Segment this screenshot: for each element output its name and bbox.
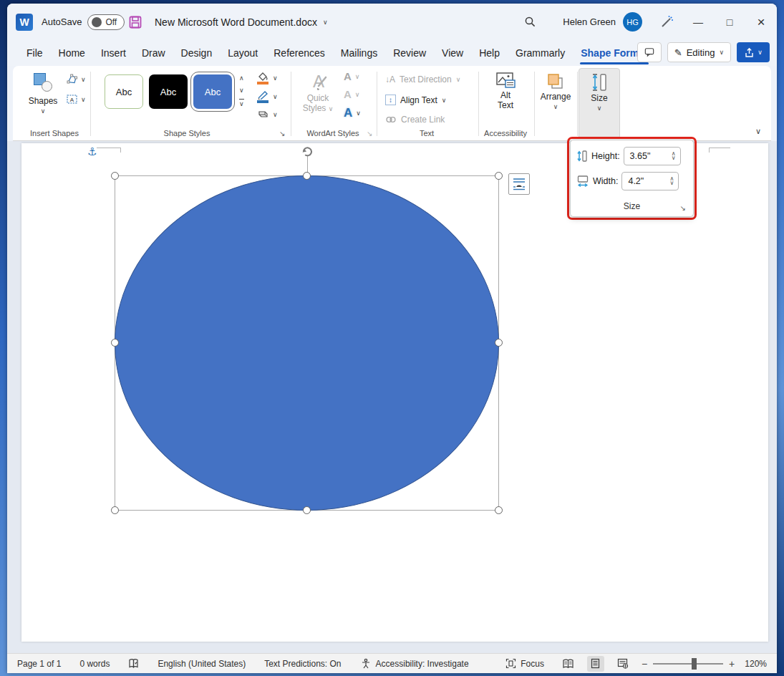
zoom-slider[interactable] — [653, 663, 723, 665]
editing-mode-button[interactable]: ✎ Editing ∨ — [667, 42, 731, 62]
link-icon — [385, 115, 397, 124]
minimize-button[interactable]: — — [682, 4, 714, 40]
document-title-control[interactable]: New Microsoft Word Document.docx ∨ — [155, 4, 328, 40]
web-layout-icon — [617, 658, 629, 669]
tab-view[interactable]: View — [434, 40, 471, 66]
size-icon — [590, 72, 609, 93]
tab-help[interactable]: Help — [471, 40, 508, 66]
resize-handle-e[interactable] — [495, 339, 503, 347]
anchor-icon: ⚓ — [87, 145, 97, 158]
quick-styles-button[interactable]: A Quick Styles ∨ — [298, 70, 338, 113]
resize-handle-nw[interactable] — [111, 172, 119, 180]
word-app-icon[interactable]: W — [16, 14, 33, 31]
comments-button[interactable] — [637, 42, 662, 62]
width-input[interactable]: 4.2" ∧ ∨ — [621, 172, 679, 190]
resize-handle-w[interactable] — [111, 339, 119, 347]
zoom-control: − + — [642, 658, 735, 670]
tab-mailings[interactable]: Mailings — [333, 40, 385, 66]
search-icon — [524, 16, 536, 28]
chevron-down-icon: ∨ — [81, 76, 86, 83]
gallery-down-button[interactable]: ∨ — [239, 87, 244, 94]
align-text-button[interactable]: ↕ Align Text ∨ — [385, 95, 446, 105]
text-direction-button[interactable]: ↓A Text Direction ∨ — [385, 74, 460, 84]
width-spinner[interactable]: ∧ ∨ — [670, 177, 674, 185]
resize-handle-ne[interactable] — [495, 172, 503, 180]
shapes-button[interactable]: Shapes ∨ — [24, 70, 62, 115]
tab-references[interactable]: References — [266, 40, 333, 66]
resize-handle-sw[interactable] — [111, 506, 119, 514]
coming-soon-button[interactable] — [651, 15, 682, 29]
zoom-out-button[interactable]: − — [642, 658, 647, 670]
shape-styles-group-label: Shape Styles — [105, 129, 269, 137]
accessibility-group-label: Accessibility — [478, 129, 533, 137]
create-link-button[interactable]: Create Link — [385, 115, 445, 125]
gallery-more-button[interactable]: ∨ — [239, 99, 244, 107]
resize-handle-s[interactable] — [303, 506, 311, 514]
draw-text-box-button[interactable]: A ∨ — [66, 93, 86, 105]
accessibility-status[interactable]: Accessibility: Investigate — [360, 658, 469, 669]
text-predictions-indicator[interactable]: Text Predictions: On — [264, 659, 341, 669]
tab-layout[interactable]: Layout — [220, 40, 266, 66]
edit-shape-button[interactable]: ∨ — [66, 73, 86, 85]
text-fill-button[interactable]: A ∨ — [344, 70, 361, 82]
annotation-red-box: Height: 3.65" ∧ ∨ Width: — [567, 137, 697, 220]
tab-home[interactable]: Home — [51, 40, 93, 66]
shape-selection-box[interactable] — [115, 175, 499, 511]
zoom-level[interactable]: 120% — [745, 659, 767, 669]
zoom-in-button[interactable]: + — [729, 658, 735, 670]
spinner-down-icon: ∨ — [672, 156, 676, 160]
ellipse-shape[interactable] — [115, 175, 499, 511]
focus-button[interactable]: Focus — [505, 658, 544, 669]
tab-insert[interactable]: Insert — [93, 40, 134, 66]
tab-review[interactable]: Review — [385, 40, 434, 66]
shape-styles-dialog-launcher[interactable]: ↘ — [279, 130, 285, 137]
page-indicator[interactable]: Page 1 of 1 — [17, 659, 61, 669]
web-layout-button[interactable] — [614, 656, 631, 672]
print-layout-button[interactable] — [587, 656, 604, 672]
size-button[interactable]: Size ∨ — [580, 72, 619, 112]
collapse-ribbon-button[interactable]: ∨ — [755, 127, 761, 136]
height-input[interactable]: 3.65" ∧ ∨ — [624, 147, 681, 165]
shape-style-thumb-2[interactable]: Abc — [149, 74, 188, 109]
layout-options-button[interactable] — [508, 173, 530, 195]
shape-effects-button[interactable]: ∨ — [256, 109, 278, 120]
close-button[interactable]: × — [745, 4, 777, 40]
tab-grammarly[interactable]: Grammarly — [508, 40, 573, 66]
share-button[interactable]: ∨ — [737, 42, 770, 62]
align-text-icon: ↕ — [385, 95, 396, 105]
height-icon — [576, 149, 588, 163]
arrange-button[interactable]: Arrange ∨ — [536, 72, 576, 110]
text-outline-button[interactable]: A ∨ — [344, 88, 361, 100]
rotation-handle[interactable] — [301, 145, 314, 158]
autosave-toggle[interactable]: Off — [87, 14, 125, 30]
arrange-label: Arrange — [541, 92, 571, 102]
zoom-slider-thumb[interactable] — [692, 658, 697, 670]
word-count[interactable]: 0 words — [79, 659, 110, 669]
proofing-button[interactable] — [128, 658, 139, 669]
shape-fill-button[interactable]: ∨ — [256, 72, 278, 84]
size-panel-footer-label: Size — [571, 201, 693, 211]
resize-handle-se[interactable] — [495, 506, 503, 514]
wordart-dialog-launcher[interactable]: ↘ — [367, 130, 372, 137]
height-spinner[interactable]: ∧ ∨ — [672, 152, 676, 160]
tab-design[interactable]: Design — [173, 40, 221, 66]
gallery-up-button[interactable]: ∧ — [239, 74, 244, 82]
margin-mark-top-right — [709, 148, 730, 153]
comment-icon — [644, 47, 654, 58]
tab-draw[interactable]: Draw — [134, 40, 173, 66]
alt-text-button[interactable]: Alt Text — [482, 72, 529, 110]
text-effects-button[interactable]: A ∨ — [344, 106, 361, 120]
read-mode-button[interactable] — [560, 656, 577, 672]
height-row: Height: 3.65" ∧ ∨ — [576, 147, 681, 165]
size-dialog-launcher[interactable]: ↘ — [680, 204, 686, 212]
account-control[interactable]: Helen Green HG — [563, 12, 642, 32]
save-button[interactable] — [126, 13, 145, 32]
shape-style-thumb-1[interactable]: Abc — [105, 74, 143, 109]
tab-file[interactable]: File — [19, 40, 51, 66]
maximize-button[interactable]: □ — [714, 4, 745, 40]
shape-outline-button[interactable]: ∨ — [256, 90, 278, 103]
shape-style-thumb-3-selected[interactable]: Abc — [193, 74, 232, 109]
resize-handle-n[interactable] — [303, 172, 311, 180]
language-indicator[interactable]: English (United States) — [158, 659, 246, 669]
search-button[interactable] — [517, 16, 543, 28]
